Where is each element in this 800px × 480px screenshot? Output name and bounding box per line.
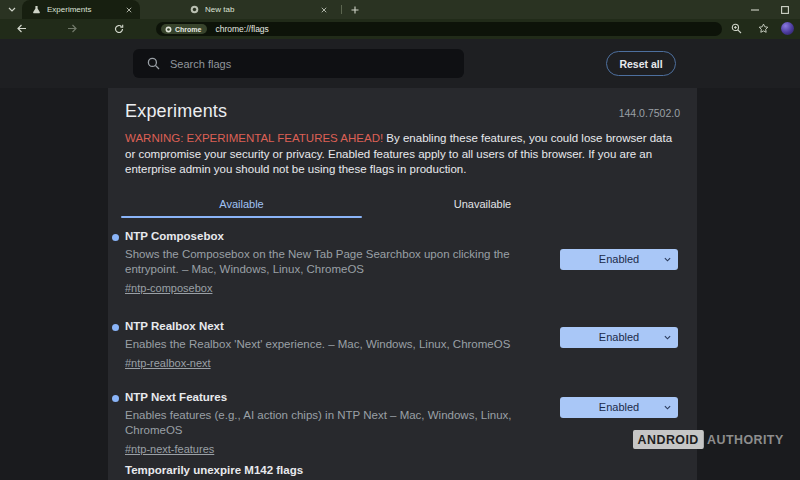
version-number: 144.0.7502.0 [619,107,680,119]
flag-row: NTP Realbox Next Enables the Realbox 'Ne… [125,314,680,385]
close-tab-icon[interactable] [319,5,329,15]
tab-separator [341,5,342,14]
chrome-logo-icon [190,5,199,14]
browser-window: Experiments New tab [0,0,800,480]
flag-permalink[interactable]: #ntp-next-features [125,443,214,455]
flag-name: NTP Composebox [125,224,680,242]
address-bar[interactable]: Chrome chrome://flags [156,22,722,36]
chevron-down-icon [664,335,671,340]
flag-row: NTP Composebox Shows the Composebox on t… [125,224,680,314]
tab-strip: Experiments New tab [0,0,800,19]
zoom-icon[interactable] [731,23,742,34]
chevron-down-icon [8,7,16,12]
flag-list: NTP Composebox Shows the Composebox on t… [125,224,680,450]
watermark-android: ANDROID [633,430,703,449]
profile-avatar[interactable] [781,22,794,35]
tab-experiments[interactable]: Experiments [22,0,140,19]
flag-permalink[interactable]: #ntp-realbox-next [125,357,211,369]
tab-title: New tab [205,5,319,14]
site-chip[interactable]: Chrome [161,24,207,34]
experiments-panel: Experiments 144.0.7502.0 WARNING: EXPERI… [108,88,697,480]
close-tab-icon[interactable] [124,5,134,15]
flag-dot-icon [112,234,119,241]
tab-search-button[interactable] [5,3,19,16]
flag-dropdown[interactable]: Enabled [560,327,678,348]
tab-title: Experiments [47,5,124,14]
availability-tabs: Available Unavailable [121,191,603,218]
tab-available[interactable]: Available [121,191,362,218]
flag-dropdown-value: Enabled [599,253,639,265]
watermark: ANDROID AUTHORITY [633,430,784,449]
back-icon[interactable] [17,24,27,33]
flag-dropdown[interactable]: Enabled [560,397,678,418]
flask-icon [32,5,41,14]
forward-icon[interactable] [67,24,77,33]
flag-description: Enables the Realbox 'Next' experience. –… [125,337,560,352]
flag-description: Enables features (e.g., AI action chips)… [125,408,560,438]
flag-permalink[interactable]: #ntp-composebox [125,282,212,294]
minimize-icon [751,9,759,11]
flag-dropdown[interactable]: Enabled [560,249,678,270]
section-heading: Temporarily unexpire M142 flags [125,464,680,476]
flags-page: Search flags Reset all Experiments 144.0… [0,39,800,480]
bookmark-star-icon[interactable] [758,23,769,34]
reset-all-button[interactable]: Reset all [606,51,676,76]
tab-unavailable[interactable]: Unavailable [362,191,603,218]
flag-dropdown-value: Enabled [599,401,639,413]
maximize-button[interactable] [770,0,800,19]
url-text: chrome://flags [215,24,268,34]
plus-icon [351,6,359,14]
watermark-authority: AUTHORITY [707,432,784,447]
flag-dot-icon [112,395,119,402]
maximize-icon [781,6,789,14]
search-input[interactable]: Search flags [133,49,464,78]
warning-text: WARNING: EXPERIMENTAL FEATURES AHEAD! By… [125,131,673,178]
chrome-logo-icon [165,26,172,33]
chevron-down-icon [664,405,671,410]
flag-dot-icon [112,324,119,331]
minimize-button[interactable] [740,0,770,19]
search-placeholder: Search flags [170,58,231,70]
flag-row: NTP Next Features Enables features (e.g.… [125,385,680,450]
new-tab-button[interactable] [348,3,362,16]
warning-emphasis: WARNING: EXPERIMENTAL FEATURES AHEAD! [125,132,383,144]
browser-toolbar: Chrome chrome://flags [0,19,800,39]
chevron-down-icon [664,257,671,262]
search-icon [147,57,160,70]
flag-description: Shows the Composebox on the New Tab Page… [125,247,560,277]
tab-new-tab[interactable]: New tab [180,0,335,19]
site-chip-label: Chrome [175,26,201,33]
flag-dropdown-value: Enabled [599,331,639,343]
page-title: Experiments [125,101,227,122]
search-header: Search flags Reset all [0,39,800,88]
reload-icon[interactable] [114,24,124,34]
